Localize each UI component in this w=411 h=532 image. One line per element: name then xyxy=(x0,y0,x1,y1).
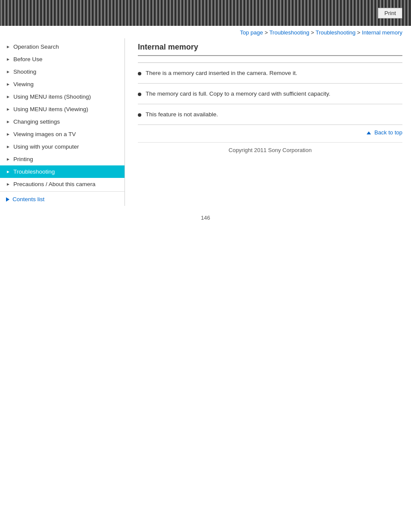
header-bar: Print xyxy=(0,0,411,26)
sidebar-item-label: Shooting xyxy=(13,68,36,75)
content-area: Internal memory There is a memory card i… xyxy=(125,38,411,206)
page-title-section: Internal memory xyxy=(138,43,402,56)
arrow-icon: ► xyxy=(6,44,10,49)
bullet-text-2: The memory card is full. Copy to a memor… xyxy=(146,90,330,97)
breadcrumb-troubleshooting1[interactable]: Troubleshooting xyxy=(269,29,309,36)
sidebar-item-label: Operation Search xyxy=(13,44,59,50)
bullet-text-3: This feature is not available. xyxy=(146,111,218,118)
copyright-text: Copyright 2011 Sony Corporation xyxy=(229,147,312,153)
sidebar-item-viewing[interactable]: ► Viewing xyxy=(0,78,125,90)
arrow-icon: ► xyxy=(6,57,10,62)
arrow-icon: ► xyxy=(6,107,10,112)
sidebar-item-viewing-images-tv[interactable]: ► Viewing images on a TV xyxy=(0,128,125,140)
sidebar-item-label: Printing xyxy=(13,156,33,162)
sidebar-item-shooting[interactable]: ► Shooting xyxy=(0,65,125,78)
sidebar-item-menu-viewing[interactable]: ► Using MENU items (Viewing) xyxy=(0,103,125,115)
sidebar-item-before-use[interactable]: ► Before Use xyxy=(0,53,125,65)
footer: Copyright 2011 Sony Corporation xyxy=(138,142,402,162)
breadcrumb: Top page > Troubleshooting > Troubleshoo… xyxy=(0,26,411,38)
content-section-1: There is a memory card inserted in the c… xyxy=(138,63,402,84)
contents-list-link[interactable]: Contents list xyxy=(0,193,125,206)
sidebar-item-label: Using with your computer xyxy=(13,143,79,150)
breadcrumb-troubleshooting2[interactable]: Troubleshooting xyxy=(315,29,355,36)
breadcrumb-internal-memory[interactable]: Internal memory xyxy=(362,29,402,36)
sidebar-item-menu-shooting[interactable]: ► Using MENU items (Shooting) xyxy=(0,90,125,103)
arrow-icon: ► xyxy=(6,82,10,87)
arrow-icon: ► xyxy=(6,132,10,137)
arrow-icon: ► xyxy=(6,144,10,149)
sidebar-divider xyxy=(0,191,125,192)
print-button[interactable]: Print xyxy=(378,8,402,19)
back-to-top-label: Back to top xyxy=(374,129,402,136)
sidebar-item-label: Precautions / About this camera xyxy=(13,181,96,187)
triangle-up-icon xyxy=(367,131,371,134)
bullet-item-1: There is a memory card inserted in the c… xyxy=(138,70,402,76)
sidebar-item-using-computer[interactable]: ► Using with your computer xyxy=(0,140,125,153)
contents-list-label: Contents list xyxy=(12,196,44,202)
page-title: Internal memory xyxy=(138,43,402,56)
content-section-3: This feature is not available. xyxy=(138,104,402,125)
sidebar-item-precautions[interactable]: ► Precautions / About this camera xyxy=(0,178,125,190)
arrow-icon: ► xyxy=(6,169,10,174)
arrow-icon: ► xyxy=(6,94,10,99)
page-number: 146 xyxy=(0,206,411,225)
breadcrumb-top-page[interactable]: Top page xyxy=(240,29,263,36)
bullet-dot xyxy=(138,72,141,75)
bullet-item-2: The memory card is full. Copy to a memor… xyxy=(138,90,402,97)
bullet-item-3: This feature is not available. xyxy=(138,111,402,118)
sidebar-item-troubleshooting[interactable]: ► Troubleshooting xyxy=(0,165,125,178)
main-layout: ► Operation Search ► Before Use ► Shooti… xyxy=(0,38,411,206)
back-to-top[interactable]: Back to top xyxy=(138,125,402,138)
sidebar-item-label: Before Use xyxy=(13,56,43,62)
sidebar-item-label: Changing settings xyxy=(13,118,60,125)
content-section-2: The memory card is full. Copy to a memor… xyxy=(138,84,402,104)
sidebar-item-operation-search[interactable]: ► Operation Search xyxy=(0,40,125,53)
bullet-dot xyxy=(138,93,141,96)
sidebar-item-label: Viewing images on a TV xyxy=(13,131,76,137)
bullet-text-1: There is a memory card inserted in the c… xyxy=(146,70,297,76)
arrow-icon: ► xyxy=(6,182,10,187)
bullet-dot xyxy=(138,113,141,117)
arrow-right-icon xyxy=(6,197,9,202)
sidebar-item-label: Using MENU items (Shooting) xyxy=(13,93,91,100)
sidebar-item-label: Troubleshooting xyxy=(13,168,55,175)
sidebar-item-printing[interactable]: ► Printing xyxy=(0,153,125,165)
sidebar-item-label: Using MENU items (Viewing) xyxy=(13,106,88,112)
sidebar: ► Operation Search ► Before Use ► Shooti… xyxy=(0,38,125,206)
arrow-icon: ► xyxy=(6,157,10,162)
arrow-icon: ► xyxy=(6,69,10,74)
back-to-top-link[interactable]: Back to top xyxy=(367,129,402,136)
sidebar-item-label: Viewing xyxy=(13,81,34,87)
sidebar-item-changing-settings[interactable]: ► Changing settings xyxy=(0,115,125,128)
arrow-icon: ► xyxy=(6,119,10,124)
